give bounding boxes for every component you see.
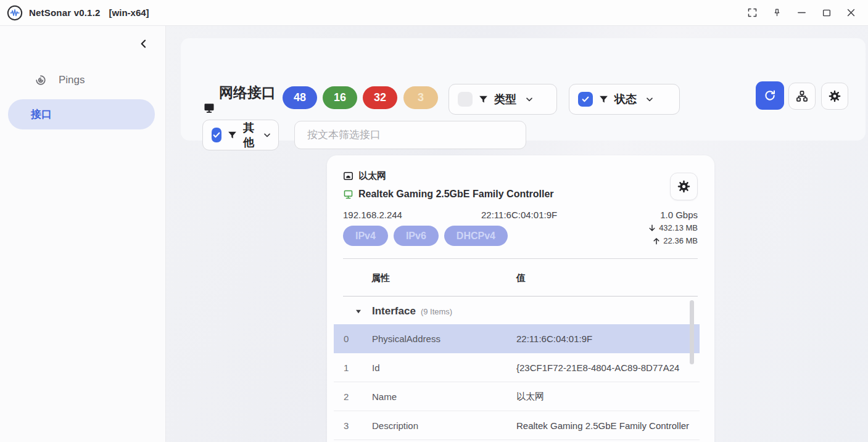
chevron-down-icon — [645, 94, 655, 104]
app-logo-icon — [7, 5, 23, 21]
download-total: 432.13 MB — [648, 223, 698, 232]
count-badge-red: 32 — [363, 86, 397, 109]
sidebar: Pings 接口 — [0, 26, 166, 442]
monitor-icon — [203, 102, 215, 114]
row-index: 2 — [344, 391, 349, 402]
protocol-pill-dhcpv4: DHCPv4 — [444, 226, 508, 246]
divider — [343, 258, 698, 259]
minimize-button[interactable] — [792, 4, 811, 22]
other-filter-checkbox[interactable] — [212, 128, 221, 142]
sidebar-item-pings[interactable]: Pings — [8, 67, 155, 94]
table-group-row[interactable]: Interface (9 Items) — [334, 298, 700, 324]
row-value: 以太网 — [516, 391, 700, 403]
row-attribute: Id — [372, 362, 511, 373]
chevron-down-icon — [524, 94, 534, 104]
sidebar-item-interfaces[interactable]: 接口 — [8, 99, 155, 129]
status-filter-dropdown[interactable]: 状态 — [569, 84, 680, 115]
refresh-button[interactable] — [756, 81, 784, 110]
properties-table: Interface (9 Items) 0 PhysicalAddress 22… — [334, 298, 700, 440]
table-header-value: 值 — [516, 272, 526, 284]
upload-total: 22.36 MB — [652, 236, 698, 245]
main-content: 网络接口 48 16 32 3 类型 — [166, 26, 868, 442]
table-row[interactable]: 0 PhysicalAddress 22:11:6C:04:01:9F — [334, 324, 700, 353]
maximize-button[interactable] — [817, 4, 836, 22]
interface-settings-button[interactable] — [670, 173, 698, 200]
caret-down-icon — [355, 308, 362, 315]
window-controls — [743, 4, 868, 22]
close-button[interactable] — [841, 4, 861, 22]
link-speed: 1.0 Gbps — [660, 210, 698, 220]
interface-description: Realtek Gaming 2.5GbE Family Controller — [358, 189, 554, 200]
interface-description-row: Realtek Gaming 2.5GbE Family Controller — [343, 189, 554, 200]
row-value: 22:11:6C:04:01:9F — [516, 334, 700, 344]
app-window: NetSonar v0.1.2 [win-x64] — [0, 0, 868, 442]
protocol-pill-ipv6: IPv6 — [394, 226, 439, 246]
row-index: 1 — [344, 362, 349, 373]
sidebar-item-label: Pings — [59, 74, 85, 86]
interface-card: 以太网 Realtek Gaming 2.5GbE Family Control… — [327, 155, 714, 442]
row-attribute: Name — [372, 391, 511, 402]
chevron-down-icon — [262, 130, 272, 140]
count-badge-up: 48 — [283, 86, 317, 109]
page-title: 网络接口 — [219, 77, 276, 108]
interface-name: 以太网 — [358, 170, 386, 182]
table-row[interactable]: 1 Id {23CF1F72-21E8-4804-AC89-8D77A24 — [334, 353, 700, 382]
arrow-down-icon — [648, 224, 656, 232]
table-header-attribute: 属性 — [371, 272, 390, 284]
status-filter-checkbox[interactable] — [578, 92, 593, 107]
row-attribute: Description — [372, 420, 511, 431]
row-index: 3 — [344, 420, 349, 431]
ping-icon — [34, 73, 48, 87]
settings-button[interactable] — [821, 83, 848, 110]
download-value: 432.13 MB — [659, 223, 698, 232]
sitemap-button[interactable] — [788, 83, 816, 110]
app-platform: [win-x64] — [109, 7, 149, 18]
count-badge-tan: 3 — [403, 86, 438, 109]
status-filter-label: 状态 — [614, 92, 637, 107]
interface-name-row: 以太网 — [343, 170, 386, 182]
other-filter-label: 其他 — [243, 120, 254, 150]
table-row[interactable]: 3 Description Realtek Gaming 2.5GbE Fami… — [334, 411, 700, 440]
row-attribute: PhysicalAddress — [372, 334, 511, 344]
funnel-icon — [478, 94, 489, 105]
ethernet-port-icon — [343, 171, 353, 181]
other-filter-dropdown[interactable]: 其他 — [202, 120, 279, 150]
funnel-icon — [598, 94, 609, 105]
divider — [343, 296, 698, 297]
monitor-green-icon — [343, 189, 353, 200]
upload-value: 22.36 MB — [663, 236, 698, 245]
protocol-pills: IPv4 IPv6 DHCPv4 — [343, 226, 508, 246]
fullscreen-button[interactable] — [743, 4, 762, 22]
row-value: {23CF1F72-21E8-4804-AC89-8D77A24 — [516, 362, 700, 373]
interfaces-toolbar: 网络接口 48 16 32 3 类型 — [181, 38, 866, 141]
pin-button[interactable] — [767, 4, 787, 22]
row-value: Realtek Gaming 2.5GbE Family Controller — [516, 420, 700, 431]
ip-address: 192.168.2.244 — [343, 210, 402, 220]
type-filter-dropdown[interactable]: 类型 — [448, 84, 557, 115]
search-input[interactable] — [294, 121, 526, 149]
group-count: (9 Items) — [421, 307, 452, 316]
arrow-up-icon — [652, 237, 661, 245]
protocol-pill-ipv4: IPv4 — [343, 226, 388, 246]
sidebar-item-label: 接口 — [31, 107, 52, 121]
count-badge-green: 16 — [323, 86, 357, 109]
titlebar: NetSonar v0.1.2 [win-x64] — [0, 0, 868, 26]
group-name: Interface — [372, 305, 416, 317]
app-title: NetSonar v0.1.2 — [29, 7, 101, 18]
row-index: 0 — [344, 334, 349, 344]
mac-address: 22:11:6C:04:01:9F — [481, 210, 557, 220]
type-filter-label: 类型 — [494, 92, 516, 107]
type-filter-checkbox[interactable] — [458, 92, 473, 107]
sidebar-collapse-button[interactable] — [136, 36, 152, 52]
table-row[interactable]: 2 Name 以太网 — [334, 382, 700, 411]
table-scrollbar[interactable] — [690, 300, 694, 364]
funnel-icon — [227, 130, 238, 141]
